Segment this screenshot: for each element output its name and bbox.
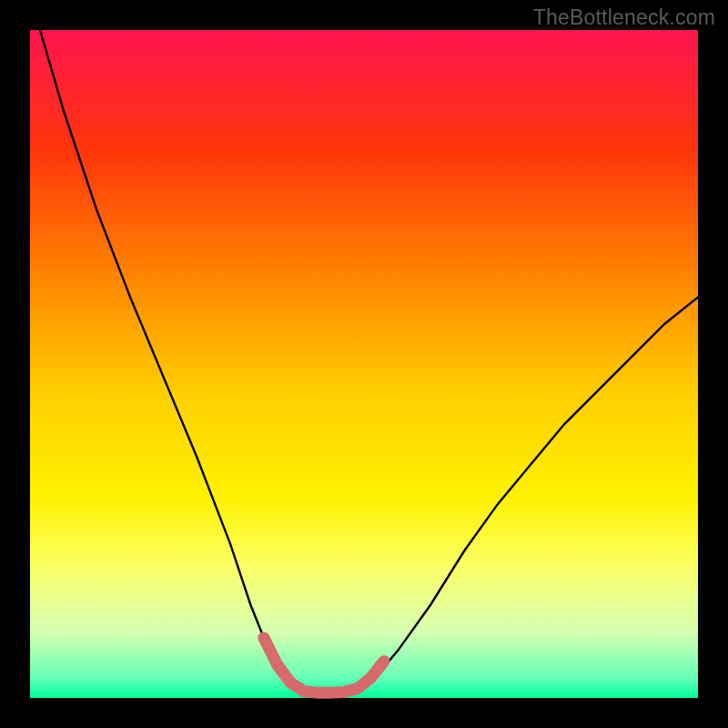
left-curve-line: [40, 30, 304, 692]
chart-svg: [30, 30, 698, 698]
right-curve-line: [350, 298, 698, 692]
watermark-text: TheBottleneck.com: [533, 5, 715, 30]
chart-plot-area: [30, 30, 698, 698]
trough-highlight-line: [264, 638, 384, 693]
